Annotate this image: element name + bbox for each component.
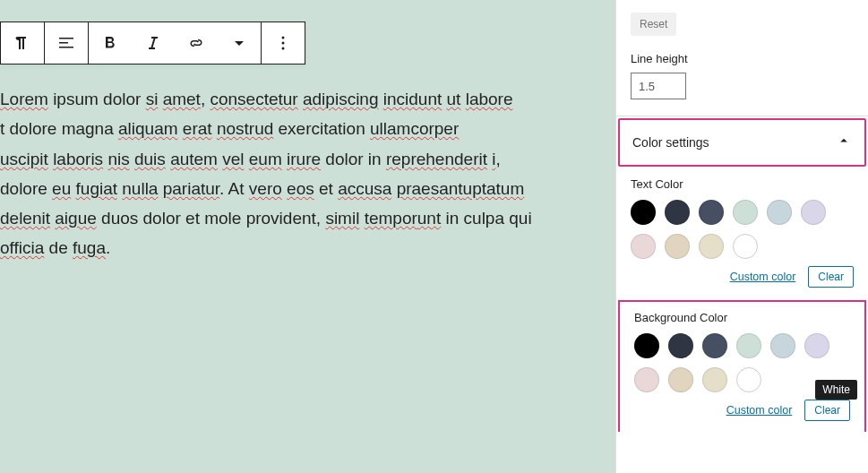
- swatch-pale-green[interactable]: [733, 200, 758, 225]
- reset-button[interactable]: Reset: [631, 13, 676, 36]
- swatch-pale-lavender[interactable]: [801, 200, 826, 225]
- chevron-up-icon: [836, 133, 852, 152]
- swatch-pale-blue[interactable]: [770, 333, 795, 358]
- line-height-label: Line height: [631, 52, 854, 65]
- paragraph-block[interactable]: Lorem ipsum dolor si amet, consectetur a…: [0, 84, 615, 263]
- background-color-section: Background Color White Custom color Clea…: [618, 300, 866, 432]
- text-color-section: Text Color Custom color Clear: [616, 168, 868, 298]
- bg-color-swatches: [634, 333, 840, 392]
- color-settings-panel-header[interactable]: Color settings: [620, 120, 864, 165]
- link-button[interactable]: [175, 22, 218, 64]
- swatch-pale-lavender[interactable]: [804, 333, 829, 358]
- text-color-label: Text Color: [631, 177, 854, 191]
- svg-point-2: [282, 47, 285, 50]
- svg-point-0: [282, 37, 285, 39]
- swatch-pale-cream[interactable]: [699, 234, 724, 259]
- swatch-dark-gray[interactable]: [668, 333, 693, 358]
- line-height-section: Line height: [616, 43, 868, 116]
- italic-button[interactable]: [132, 22, 175, 64]
- line-height-input[interactable]: [631, 73, 686, 99]
- text-custom-color-link[interactable]: Custom color: [730, 271, 796, 283]
- bold-button[interactable]: [89, 22, 132, 64]
- svg-point-1: [282, 42, 285, 45]
- swatch-pale-blue[interactable]: [767, 200, 792, 225]
- swatch-pale-tan[interactable]: [665, 234, 690, 259]
- color-settings-title: Color settings: [632, 135, 709, 150]
- swatch-pale-pink[interactable]: [631, 234, 656, 259]
- swatch-black[interactable]: [634, 333, 659, 358]
- settings-sidebar: Reset Line height Color settings Text Co…: [615, 0, 868, 473]
- swatch-pale-cream[interactable]: [702, 367, 727, 392]
- more-rich-text-button[interactable]: [218, 22, 261, 64]
- swatch-white[interactable]: [733, 234, 758, 259]
- swatch-pale-green[interactable]: [736, 333, 761, 358]
- more-options-button[interactable]: [262, 22, 305, 64]
- editor-canvas[interactable]: Lorem ipsum dolor si amet, consectetur a…: [0, 0, 615, 473]
- align-button[interactable]: [45, 22, 88, 64]
- swatch-white[interactable]: [736, 367, 761, 392]
- swatch-black[interactable]: [631, 200, 656, 225]
- bg-custom-color-link[interactable]: Custom color: [726, 404, 793, 417]
- text-color-clear-button[interactable]: Clear: [808, 266, 854, 288]
- paragraph-type-button[interactable]: [1, 22, 44, 64]
- swatch-slate[interactable]: [699, 200, 724, 225]
- background-color-label: Background Color: [634, 311, 850, 324]
- bg-color-clear-button[interactable]: Clear: [804, 400, 850, 421]
- swatch-slate[interactable]: [702, 333, 727, 358]
- text-color-swatches: [631, 200, 837, 259]
- swatch-pale-tan[interactable]: [668, 367, 693, 392]
- swatch-pale-pink[interactable]: [634, 367, 659, 392]
- swatch-dark-gray[interactable]: [665, 200, 690, 225]
- white-tooltip: White: [815, 380, 857, 400]
- block-toolbar: [0, 22, 305, 64]
